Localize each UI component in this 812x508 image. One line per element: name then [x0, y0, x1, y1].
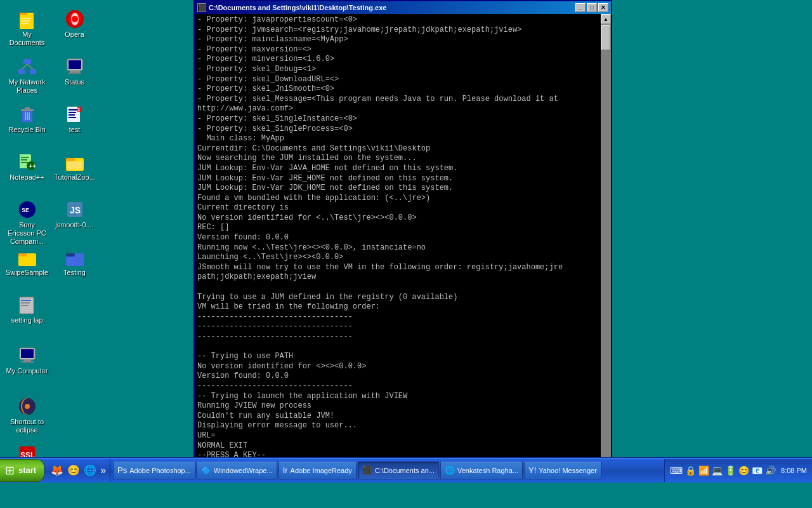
- tray-smiley-icon[interactable]: 😊: [738, 465, 749, 476]
- my-documents-icon: [17, 9, 37, 29]
- svg-rect-49: [66, 253, 75, 257]
- svg-rect-34: [21, 157, 29, 158]
- svg-line-13: [27, 64, 33, 69]
- svg-rect-28: [69, 112, 76, 113]
- desktop-icon-testing[interactable]: Testing: [51, 244, 98, 279]
- my-network-label: My Network Places: [6, 78, 48, 95]
- testing-icon: [65, 247, 85, 267]
- test-icon: t: [65, 104, 85, 124]
- svg-text:JS: JS: [70, 205, 81, 215]
- ragha-label: Venkatesh Ragha...: [457, 467, 518, 474]
- setting-lap-label: setting lap: [11, 316, 43, 324]
- svg-rect-29: [69, 114, 75, 116]
- taskbar-btn-yahoo[interactable]: Y! Yahoo! Messenger: [524, 462, 601, 479]
- tray-laptop-icon[interactable]: 💻: [712, 465, 723, 476]
- cmd-close-button[interactable]: ✕: [598, 3, 608, 12]
- desktop-icon-opera[interactable]: Opera: [51, 6, 98, 41]
- photoshop-label: Adobe Photoshop...: [129, 467, 191, 474]
- cmd-titlebar-buttons: _ □ ✕: [575, 3, 608, 12]
- start-button[interactable]: ⊞ start: [0, 459, 44, 482]
- eclipse-icon: [17, 396, 37, 417]
- cmd-scroll-track: [601, 24, 611, 474]
- swipe-sample-icon: [17, 247, 37, 267]
- svg-rect-47: [18, 253, 27, 257]
- svg-rect-40: [66, 158, 75, 161]
- tray-network-icon[interactable]: 📶: [698, 465, 709, 476]
- start-label: start: [18, 465, 36, 475]
- quick-firefox-icon[interactable]: 🦊: [49, 463, 65, 478]
- tray-battery-icon[interactable]: 🔋: [725, 465, 736, 476]
- imageready-label: Adobe ImageReady: [291, 467, 352, 474]
- quick-arrow-icon[interactable]: »: [99, 464, 107, 478]
- documents-icon: ⬛: [362, 465, 372, 475]
- taskbar: ⊞ start 🦊 😊 🌐 » Ps Adobe Photoshop... 🔷 …: [0, 457, 812, 483]
- tray-keyboard-icon[interactable]: ⌨: [670, 465, 683, 476]
- taskbar-btn-windowedwrapper[interactable]: 🔷 WindowedWrape...: [197, 462, 277, 479]
- tray-lock-icon[interactable]: 🔒: [685, 465, 696, 476]
- photoshop-icon: Ps: [117, 465, 127, 475]
- yahoo-label: Yahoo! Messenger: [539, 467, 597, 474]
- taskbar-btn-photoshop[interactable]: Ps Adobe Photoshop...: [113, 462, 195, 479]
- my-computer-label: My Computer: [6, 367, 48, 375]
- imageready-icon: Ir: [283, 465, 288, 475]
- svg-rect-57: [21, 361, 34, 363]
- desktop: My Documents Opera My Network Plac: [0, 0, 812, 483]
- desktop-icon-setting-lap[interactable]: setting lap: [3, 292, 51, 327]
- quick-smiley-icon[interactable]: 😊: [66, 463, 81, 478]
- tutorialzoo-label: TutorialZoo...: [54, 173, 95, 182]
- desktop-icon-sony[interactable]: SE Sony Ericsson PC Compani...: [3, 197, 51, 249]
- svg-rect-52: [21, 302, 30, 304]
- desktop-icon-recycle-bin[interactable]: Recycle Bin: [3, 102, 51, 137]
- svg-rect-16: [69, 60, 81, 69]
- desktop-icon-test[interactable]: t test: [51, 102, 98, 137]
- status-label: Status: [65, 78, 84, 86]
- desktop-icon-swipe-sample[interactable]: SwipeSample: [3, 244, 51, 279]
- taskbar-btn-documents[interactable]: ⬛ C:\Documents an...: [358, 462, 439, 479]
- my-documents-label: My Documents: [6, 30, 48, 47]
- desktop-icon-status[interactable]: Status: [51, 54, 98, 89]
- svg-rect-18: [69, 72, 81, 74]
- desktop-icon-my-computer[interactable]: My Computer: [3, 343, 51, 378]
- desktop-icon-tutorialzoo[interactable]: TutorialZoo...: [51, 149, 98, 184]
- yahoo-icon: Y!: [528, 465, 536, 475]
- testing-label: Testing: [63, 269, 86, 277]
- documents-label: C:\Documents an...: [375, 467, 435, 474]
- cmd-body: - Property: javapropertiescount=<0> - Pr…: [195, 14, 611, 483]
- svg-rect-17: [70, 70, 80, 72]
- cmd-scroll-up-button[interactable]: ▲: [601, 14, 611, 24]
- svg-rect-56: [23, 359, 31, 361]
- windowedwrapper-label: WindowedWrape...: [214, 467, 273, 474]
- tutorialzoo-icon: [65, 152, 85, 172]
- desktop-icon-notepadpp[interactable]: ++ Notepad++: [3, 149, 51, 184]
- svg-rect-1: [20, 13, 27, 15]
- tray-sound-icon[interactable]: 🔊: [765, 465, 776, 476]
- taskbar-btn-ragha[interactable]: 🌐 Venkatesh Ragha...: [440, 462, 523, 479]
- desktop-icon-eclipse[interactable]: Shortcut to eclipse: [3, 394, 51, 437]
- my-network-icon: [17, 57, 37, 77]
- recycle-bin-label: Recycle Bin: [8, 126, 45, 134]
- svg-text:++: ++: [29, 163, 36, 170]
- cmd-text: - Property: javapropertiescount=<0> - Pr…: [197, 15, 598, 471]
- svg-point-8: [72, 16, 78, 22]
- cmd-content: - Property: javapropertiescount=<0> - Pr…: [195, 14, 611, 483]
- opera-icon: [65, 9, 85, 29]
- notepadpp-label: Notepad++: [10, 173, 44, 182]
- svg-point-61: [25, 404, 30, 409]
- ragha-icon: 🌐: [445, 465, 455, 475]
- cmd-minimize-button[interactable]: _: [575, 3, 586, 12]
- my-computer-icon: [17, 345, 37, 366]
- desktop-icon-my-network[interactable]: My Network Places: [3, 54, 51, 97]
- system-tray: ⌨ 🔒 📶 💻 🔋 😊 📧 🔊 8:08 PM: [664, 459, 812, 482]
- cmd-scroll-thumb[interactable]: [601, 25, 610, 50]
- taskbar-btn-imageready[interactable]: Ir Adobe ImageReady: [278, 462, 357, 479]
- cmd-maximize-button[interactable]: □: [587, 3, 597, 12]
- cmd-titlebar-left: ⬛ C:\Documents and Settings\viki1\Deskto…: [197, 3, 386, 12]
- desktop-icon-jsmooth[interactable]: JS jsmooth-0....: [51, 197, 98, 232]
- cmd-title-icon: ⬛: [197, 3, 206, 12]
- desktop-icon-my-documents[interactable]: My Documents: [3, 6, 51, 50]
- svg-text:t: t: [78, 107, 80, 112]
- svg-text:SE: SE: [22, 207, 29, 213]
- quick-ie-icon[interactable]: 🌐: [82, 463, 98, 478]
- tray-mail-icon[interactable]: 📧: [752, 465, 763, 476]
- cmd-scrollbar[interactable]: ▲ ▼: [601, 14, 611, 483]
